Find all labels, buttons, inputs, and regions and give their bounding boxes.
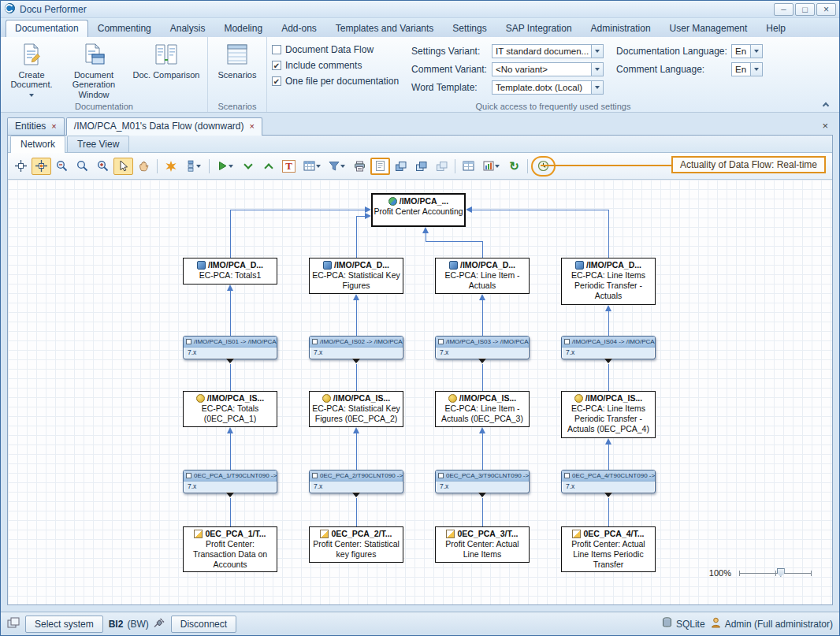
combo-caret-button[interactable] [591,45,603,58]
doc-comparison-button[interactable]: Doc. Comparison [130,39,203,100]
connector-notch-icon [226,359,234,363]
doc-tab-entities[interactable]: Entities [7,117,65,135]
tab-commenting[interactable]: Commenting [88,20,161,37]
align-layers-icon[interactable] [432,158,452,175]
go-forward-button[interactable] [213,158,237,175]
diagram-node-transformation[interactable]: 0EC_PCA_2/T90CLNT090 -> /I... 7.x [309,470,403,493]
tab-analysis[interactable]: Analysis [161,20,215,37]
diagram-node-infosource[interactable]: /IMO/PCA_IS... EC-PCA: Line Item - Actua… [435,391,530,427]
documentation-language-select[interactable]: En [731,44,763,58]
diagram-node-datasource[interactable]: 0EC_PCA_3/T... Profit Center: Actual Lin… [435,526,530,563]
tab-help[interactable]: Help [756,20,795,37]
filter-button[interactable] [325,158,349,175]
tab-addons[interactable]: Add-ons [272,20,326,37]
combo-caret-button[interactable] [750,63,762,76]
combo-caret-button[interactable] [591,81,603,94]
infocube-icon [323,261,332,270]
diagram-node-transformation[interactable]: /IMO/PCA_IS01 -> /IMO/PCA... 7.x [183,336,277,359]
diagram-node-datastore[interactable]: /IMO/PCA_D... EC-PCA: Totals1 [183,258,277,285]
tab-administration[interactable]: Administration [582,20,660,37]
comment-variant-select[interactable]: <No variant> [492,62,604,76]
titlebar[interactable]: Docu Performer [1,1,839,18]
tab-modeling[interactable]: Modeling [214,20,272,37]
diagram-node-datastore[interactable]: /IMO/PCA_D... EC-PCA: Statistical Key Fi… [309,258,403,294]
close-tab-icon[interactable] [250,122,255,131]
zoom-reset-icon[interactable] [72,158,92,175]
scenarios-button[interactable]: Scenarios [213,39,262,100]
diagram-node-transformation[interactable]: 0EC_PCA_1/T90CLNT090 -> /I... 7.x [183,470,277,493]
tab-templates-variants[interactable]: Templates and Variants [326,20,444,37]
diagram-node-infoarea[interactable]: /IMO/PCA_... Profit Center Accounting [371,193,466,227]
anchor-crosshair-icon[interactable] [32,158,51,175]
diagram-node-datastore[interactable]: /IMO/PCA_D... EC-PCA: Line Item - Actual… [435,258,530,294]
zoom-out-icon[interactable] [52,158,72,175]
layers-back-icon[interactable] [411,158,431,175]
comment-language-select[interactable]: En [731,62,763,76]
tab-network[interactable]: Network [10,136,65,153]
diagram-node-datasource[interactable]: 0EC_PCA_2/T... Profit Center: Statistica… [309,526,403,563]
diagram-node-transformation[interactable]: /IMO/PCA_IS04 -> /IMO/PCA... 7.x [561,336,656,359]
checkbox-document-data-flow[interactable]: Document Data Flow [272,44,399,55]
windows-icon[interactable] [7,617,20,630]
diagram-node-infosource[interactable]: /IMO/PCA_IS... EC-PCA: Line Items Period… [561,391,656,438]
expand-up-icon[interactable] [258,158,278,175]
diagram-node-transformation[interactable]: 0EC_PCA_4/T90CLNT090 -> /I... 7.x [561,470,656,493]
close-pane-icon[interactable] [822,120,828,132]
zoom-slider[interactable] [739,568,812,578]
group-label-scenarios: Scenarios [208,102,266,111]
disconnect-button[interactable]: Disconnect [171,616,236,633]
user-status[interactable]: Admin (Full administrator) [711,617,833,630]
tab-user-management[interactable]: User Management [660,20,757,37]
combo-caret-button[interactable] [591,63,603,76]
select-cursor-icon[interactable] [113,158,133,175]
diagram-node-datasource[interactable]: 0EC_PCA_1/T... Profit Center: Transactio… [183,526,277,572]
tab-tree-view[interactable]: Tree View [67,136,129,152]
refresh-icon[interactable] [504,158,524,175]
diagram-node-transformation[interactable]: /IMO/PCA_IS03 -> /IMO/PCA... 7.x [435,336,530,359]
diagram-node-transformation[interactable]: 0EC_PCA_3/T90CLNT090 -> /I... 7.x [435,470,530,493]
diagram-node-transformation[interactable]: /IMO/PCA_IS02 -> /IMO/PCA... 7.x [309,336,403,359]
highlight-page-icon[interactable] [370,158,390,175]
diagram-node-datastore[interactable]: /IMO/PCA_D... EC-PCA: Line Items Periodi… [561,258,656,305]
close-button[interactable] [816,3,836,16]
infocube-icon [197,261,206,270]
chart-button[interactable] [479,158,504,175]
word-template-select[interactable]: Template.dotx (Local) [492,80,604,95]
table-icon[interactable] [459,158,478,175]
collapse-ribbon-button[interactable] [819,99,833,110]
tab-settings[interactable]: Settings [443,20,496,37]
diagram-node-infosource[interactable]: /IMO/PCA_IS... EC-PCA: Statistical Key F… [309,391,403,427]
minimize-button[interactable] [774,3,794,16]
group-quick-access: Document Data Flow Include comments One … [267,37,839,112]
layers-front-icon[interactable] [391,158,411,175]
create-document-button[interactable]: Create Document. [6,39,58,100]
doc-tab-data-flow[interactable]: /IMO/PCA_M01's Data Flow (downward) [66,117,262,136]
infocube-icon [449,261,458,270]
checkbox-one-file-per-documentation[interactable]: One file per documentation [272,76,399,87]
separator [527,159,528,173]
pan-hand-icon[interactable] [134,158,154,175]
checkbox-include-comments[interactable]: Include comments [272,60,399,71]
tab-sap-integration[interactable]: SAP Integration [496,20,582,37]
text-tool-icon[interactable]: T [279,158,299,175]
checkbox-unchecked-icon [272,45,281,54]
auto-layout-icon[interactable] [161,158,180,175]
diagram-node-infosource[interactable]: /IMO/PCA_IS... EC-PCA: Totals (0EC_PCA_1… [183,391,277,427]
crosshair-icon[interactable] [11,158,31,175]
close-tab-icon[interactable] [51,122,56,131]
diagram-canvas[interactable]: /IMO/PCA_... Profit Center Accounting [8,180,832,604]
layout-direction-button[interactable] [181,158,206,175]
combo-caret-button[interactable] [750,45,762,58]
select-system-button[interactable]: Select system [25,616,103,633]
tab-documentation[interactable]: Documentation [6,20,88,37]
maximize-button[interactable] [795,3,815,16]
document-generation-window-button[interactable]: Document Generation Window [58,39,130,100]
database-status: SQLite [662,617,705,630]
grid-view-button[interactable] [299,158,324,175]
diagram-node-datasource[interactable]: 0EC_PCA_4/T... Profit Center: Actual Lin… [561,526,656,572]
print-icon[interactable] [350,158,370,175]
collapse-down-icon[interactable] [238,158,258,175]
zoom-in-icon[interactable] [93,158,113,175]
settings-variant-select[interactable]: IT standard documen... [492,44,604,58]
zoom-slider-handle[interactable] [777,568,785,577]
